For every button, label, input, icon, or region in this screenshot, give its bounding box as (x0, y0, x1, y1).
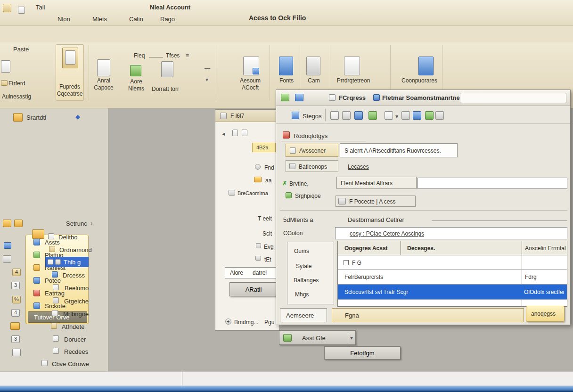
menu-item-nlon[interactable]: Nlon (57, 16, 70, 23)
numbered-icon[interactable]: 4 (11, 309, 20, 317)
document-icon[interactable] (232, 130, 238, 136)
tree-item-fnd[interactable]: Fnd (264, 164, 274, 171)
folder-icon[interactable] (14, 220, 23, 227)
window-icon[interactable] (4, 242, 11, 249)
save-icon[interactable] (354, 111, 363, 120)
sidebar-header[interactable]: Srartdtl (26, 114, 46, 121)
chevron-down-icon[interactable]: ▾ (205, 76, 208, 83)
list-item-balfanges[interactable]: Balfanges (294, 277, 319, 284)
combo-box[interactable]: Alore datrel (225, 267, 278, 278)
chevron-down-icon[interactable]: ▾ (395, 113, 398, 120)
sidebar-item-thlbg-selected[interactable]: Thlb g (45, 257, 89, 267)
list-item-mhgs[interactable]: Mhgs (295, 291, 309, 298)
table-row[interactable]: F G (338, 255, 567, 270)
avsscener-button[interactable]: Avsscener (286, 144, 338, 157)
bottom-tab[interactable]: Aemseere (280, 308, 327, 322)
fonts-icon[interactable] (279, 57, 293, 75)
sync-icon[interactable] (413, 111, 421, 120)
refresh-icon[interactable] (368, 111, 377, 120)
prrdrq-label[interactable]: Prrdrqtetreon (332, 77, 375, 84)
form-icon[interactable] (295, 94, 303, 101)
copy-icon[interactable] (385, 111, 393, 120)
printer-icon[interactable] (161, 61, 173, 77)
tree-item-tet[interactable]: tEt (264, 256, 271, 263)
folder-icon[interactable] (3, 220, 11, 227)
toolbar-label[interactable]: Stegos (303, 113, 321, 120)
sidebar-item-cbve[interactable]: Cbve Cdrowe (52, 360, 89, 368)
list-icon[interactable]: ≡ (186, 52, 189, 59)
app-icon[interactable] (3, 4, 11, 12)
clipboard-big-button[interactable]: Fupreds Cqceatrse (56, 44, 84, 101)
sidebar-item-ordnamond[interactable]: Ordnamond (59, 246, 92, 253)
anoqegss-button[interactable]: anoqegss (526, 306, 565, 322)
column-divider[interactable] (401, 241, 401, 255)
bottom-input[interactable]: Fgna (332, 308, 524, 322)
dorratt-label[interactable]: Dorratt torr (152, 86, 179, 92)
table-icon[interactable] (281, 94, 289, 101)
checkbox-icon[interactable] (344, 260, 349, 265)
list-item-sytale[interactable]: Sytale (296, 263, 311, 270)
batleonops-button[interactable]: Batleonops (286, 160, 338, 172)
sidebar-item-delitbo[interactable]: Delitbo (58, 234, 77, 241)
table-row[interactable]: FelrBeruprcrsts Fdrg (338, 270, 567, 285)
sidebar-item-assts[interactable]: Assts (45, 239, 60, 246)
sidebar-item-gtgeiche[interactable]: Gtgeiche (64, 298, 89, 305)
menu-item-rago[interactable]: Rago (160, 16, 175, 23)
destbr-label[interactable]: Destbrmansd Cetlrer (348, 216, 404, 223)
tree-item-teeit[interactable]: T eeit (258, 215, 272, 222)
aratll-button[interactable]: ARatll (229, 282, 278, 296)
mail-icon[interactable] (401, 111, 410, 120)
menu-item-calin[interactable]: Calin (129, 16, 143, 23)
tree-item-aa[interactable]: aa (265, 177, 271, 184)
fonts-label[interactable]: Fonts (277, 77, 296, 84)
sidebar-item-drcesss[interactable]: Drcesss (63, 272, 85, 279)
ok-icon[interactable] (425, 111, 434, 120)
flent-input[interactable] (417, 178, 567, 189)
settings-icon[interactable] (435, 111, 444, 120)
ftrferd-label[interactable]: Ftrferd (8, 80, 25, 87)
sidebar-item-eatrtag[interactable]: Eatrtag (45, 290, 65, 297)
open-icon[interactable] (342, 111, 351, 120)
percent-icon[interactable]: % (12, 296, 21, 303)
aore-label[interactable]: Aore Nlems (123, 78, 149, 92)
document-icon[interactable] (242, 130, 247, 136)
page-icon[interactable] (97, 59, 110, 76)
chevron-down-icon[interactable]: ▾ (350, 335, 353, 341)
list-item-oums[interactable]: Oums (294, 248, 309, 254)
numbered-icon[interactable]: 4 (12, 269, 21, 276)
sidebar-item-beelumo[interactable]: Beelumo (65, 285, 89, 292)
sidebar-item-mrlbngoe[interactable]: Mrlbngoe (63, 310, 89, 318)
items-icon[interactable] (130, 65, 141, 76)
menu-item-mlets[interactable]: Mlets (92, 16, 107, 23)
sidebar-item-srckote[interactable]: Srckote (45, 302, 65, 310)
table-icon[interactable] (344, 57, 360, 75)
aesoum-label[interactable]: Aesoum ACocft (235, 77, 266, 91)
tree-item-brecaomlrna[interactable]: BreCaomlrna (237, 190, 268, 196)
chevron-right-icon[interactable]: › (90, 220, 92, 227)
title-bar-field[interactable] (460, 93, 566, 103)
sidebar-item-atfndete[interactable]: Atfndete (62, 323, 84, 330)
anral-label[interactable]: Anral Capoce (89, 77, 119, 91)
cosy-input[interactable]: cosy : PClae Cetore Aoscings (335, 227, 567, 239)
contacts-icon[interactable] (418, 57, 434, 75)
asst-gfe-button[interactable]: Asst Gfe ▾ (279, 330, 356, 345)
coonp-label[interactable]: Coonpuorares (398, 77, 441, 84)
sidebar-section-setrunc[interactable]: Setrunc (66, 220, 87, 227)
pocecte-box[interactable]: F Pocecte | A cess (336, 196, 416, 207)
steps-icon[interactable] (292, 112, 299, 119)
sidebar-item-dorucer[interactable]: Dorucer (64, 336, 86, 343)
column-header-3[interactable]: Aoscelin Frrmtal (525, 245, 566, 252)
save-icon[interactable] (18, 7, 25, 14)
document-icon[interactable] (12, 349, 21, 356)
calendar-icon[interactable] (306, 57, 320, 75)
cam-label[interactable]: Cam (305, 77, 322, 84)
lecases-link[interactable]: Lecases (348, 163, 369, 170)
numbered-icon[interactable]: 3 (11, 282, 20, 289)
sidebar-item-potee[interactable]: Potee (45, 277, 61, 284)
grid-icon[interactable] (3, 255, 11, 263)
fetotfgm-button[interactable]: Fetotfgm (324, 346, 401, 359)
document-icon[interactable] (1, 60, 10, 73)
numbered-icon[interactable]: 3 (11, 335, 20, 343)
folder-icon[interactable] (32, 229, 44, 239)
table-row-selected[interactable]: Sclocuvrlfst svl Trafr Scgr OlOdolx srec… (338, 285, 567, 300)
